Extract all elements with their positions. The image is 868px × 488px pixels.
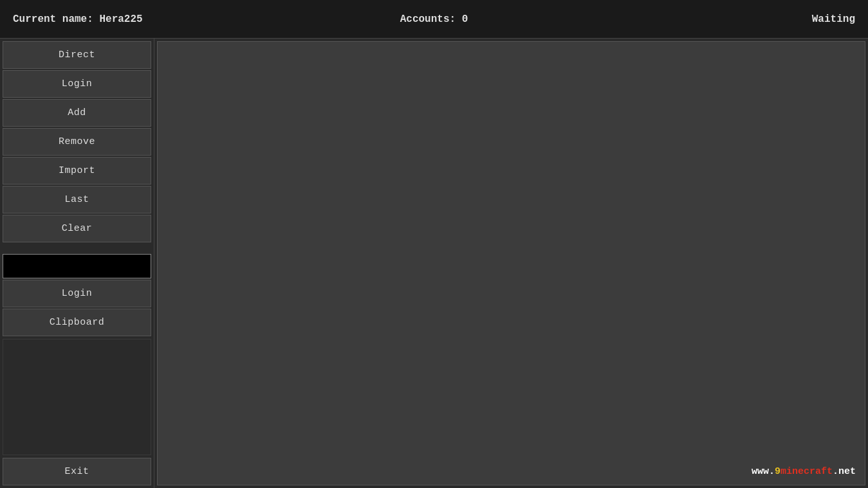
clear-button[interactable]: Clear [3,215,151,242]
sidebar-empty-area [3,339,151,455]
main: Direct Login Add Remove Import Last Clea… [0,39,868,488]
current-name-label: Current name: Hera225 [13,14,143,25]
content-area: www.9minecraft.net [157,41,865,485]
watermark-nine: 9 [775,466,780,477]
login-bottom-button[interactable]: Login [3,280,151,307]
import-button[interactable]: Import [3,157,151,185]
watermark-net: .net [833,466,856,477]
login-top-button[interactable]: Login [3,70,151,98]
exit-button[interactable]: Exit [3,458,151,485]
app: Current name: Hera225 Accounts: 0 Waitin… [0,0,868,488]
text-input[interactable] [3,254,151,278]
watermark-mine: minecraft [780,466,833,477]
accounts-label: Accounts: 0 [400,14,468,25]
header-current-name: Current name: Hera225 [13,14,293,25]
add-button[interactable]: Add [3,99,151,127]
header-accounts: Accounts: 0 [293,14,574,25]
watermark-www: www. [752,466,775,477]
header-status: Waiting [575,14,855,25]
clipboard-button[interactable]: Clipboard [3,309,151,336]
sidebar: Direct Login Add Remove Import Last Clea… [0,39,154,488]
status-label: Waiting [812,14,855,25]
direct-button[interactable]: Direct [3,41,151,69]
watermark: www.9minecraft.net [752,466,856,477]
header: Current name: Hera225 Accounts: 0 Waitin… [0,0,868,39]
spacer-1 [3,244,151,253]
last-button[interactable]: Last [3,186,151,213]
remove-button[interactable]: Remove [3,128,151,156]
